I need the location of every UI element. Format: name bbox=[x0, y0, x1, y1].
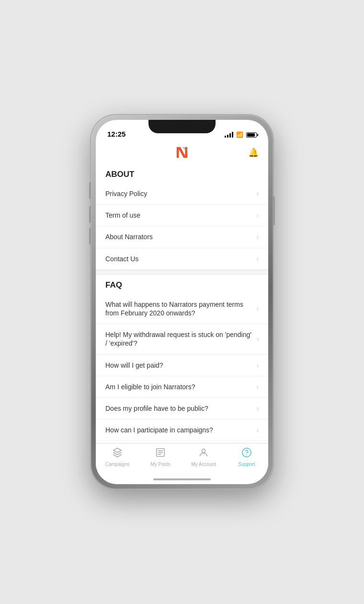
about-narrators-label: About Narrators bbox=[105, 232, 256, 241]
faq-participate-label: How can I participate in campaigns? bbox=[105, 426, 256, 434]
app-logo bbox=[174, 145, 190, 160]
chevron-right-icon: › bbox=[256, 255, 259, 263]
svg-point-7 bbox=[242, 448, 251, 457]
chevron-right-icon: › bbox=[256, 190, 259, 197]
bottom-navigation: Campaigns My Posts bbox=[96, 443, 268, 476]
support-icon bbox=[241, 447, 252, 460]
contact-us-label: Contact Us bbox=[105, 255, 256, 263]
chevron-right-icon: › bbox=[256, 211, 259, 219]
faq-payment-terms-label: What will happens to Narrators payment t… bbox=[105, 300, 256, 317]
privacy-policy-label: Privacy Policy bbox=[105, 189, 256, 198]
faq-get-paid-label: How will I get paid? bbox=[105, 361, 256, 370]
chevron-right-icon: › bbox=[256, 361, 259, 369]
scroll-content: ABOUT Privacy Policy › Term of use › Abo… bbox=[96, 164, 268, 443]
notch bbox=[148, 120, 216, 133]
support-nav-label: Support bbox=[238, 462, 255, 467]
faq-eligible-label: Am I eligible to join Narrators? bbox=[105, 383, 256, 391]
phone-frame: 12:25 📶 🔔 bbox=[91, 115, 273, 489]
faq-get-paid-item[interactable]: How will I get paid? › bbox=[96, 355, 268, 376]
faq-eligible-item[interactable]: Am I eligible to join Narrators? › bbox=[96, 376, 268, 398]
faq-profile-public-label: Does my profile have to be public? bbox=[105, 404, 256, 413]
chevron-right-icon: › bbox=[256, 305, 259, 313]
nav-my-posts[interactable]: My Posts bbox=[139, 447, 182, 467]
wifi-icon: 📶 bbox=[236, 131, 243, 138]
section-divider bbox=[96, 270, 268, 275]
term-of-use-label: Term of use bbox=[105, 211, 256, 220]
faq-withdrawal-label: Help! My withdrawal request is stuck on … bbox=[105, 330, 256, 348]
campaigns-icon bbox=[112, 447, 123, 460]
privacy-policy-item[interactable]: Privacy Policy › bbox=[96, 183, 268, 205]
home-indicator bbox=[96, 476, 268, 484]
app-header: 🔔 bbox=[96, 141, 268, 164]
chevron-right-icon: › bbox=[256, 426, 259, 434]
phone-screen: 12:25 📶 🔔 bbox=[96, 120, 268, 484]
svg-point-6 bbox=[202, 449, 205, 453]
status-icons: 📶 bbox=[225, 131, 257, 138]
chevron-right-icon: › bbox=[256, 405, 259, 412]
my-posts-icon bbox=[155, 447, 166, 460]
notification-bell-button[interactable]: 🔔 bbox=[248, 147, 259, 158]
chevron-right-icon: › bbox=[256, 383, 259, 391]
faq-withdrawal-item[interactable]: Help! My withdrawal request is stuck on … bbox=[96, 324, 268, 354]
my-posts-nav-label: My Posts bbox=[150, 462, 170, 467]
my-account-icon bbox=[198, 447, 209, 460]
my-account-nav-label: My Account bbox=[191, 462, 216, 467]
faq-profile-public-item[interactable]: Does my profile have to be public? › bbox=[96, 398, 268, 419]
term-of-use-item[interactable]: Term of use › bbox=[96, 205, 268, 226]
faq-participate-item[interactable]: How can I participate in campaigns? › bbox=[96, 419, 268, 441]
nav-my-account[interactable]: My Account bbox=[182, 447, 225, 467]
about-narrators-item[interactable]: About Narrators › bbox=[96, 226, 268, 248]
faq-payment-terms-item[interactable]: What will happens to Narrators payment t… bbox=[96, 294, 268, 324]
chevron-right-icon: › bbox=[256, 335, 259, 343]
about-section-title: ABOUT bbox=[96, 164, 268, 183]
chevron-right-icon: › bbox=[256, 233, 259, 241]
signal-icon bbox=[225, 132, 233, 138]
battery-icon bbox=[246, 132, 257, 138]
campaigns-nav-label: Campaigns bbox=[105, 462, 130, 467]
narrators-logo-icon bbox=[174, 145, 190, 160]
contact-us-item[interactable]: Contact Us › bbox=[96, 248, 268, 270]
nav-support[interactable]: Support bbox=[225, 447, 268, 467]
faq-section-title: FAQ bbox=[96, 275, 268, 294]
nav-campaigns[interactable]: Campaigns bbox=[96, 447, 139, 467]
